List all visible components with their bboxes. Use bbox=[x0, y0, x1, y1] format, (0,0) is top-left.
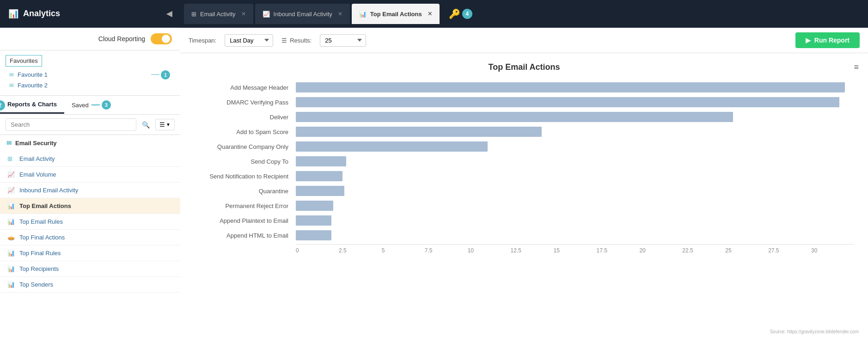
bar-label: Add Message Header bbox=[194, 84, 296, 91]
top-senders-bar-icon: 📊 bbox=[7, 281, 15, 288]
chart-title: Top Email Actions bbox=[194, 62, 854, 72]
sidebar-item-top-recipients[interactable]: 📊 Top Recipients bbox=[0, 261, 180, 277]
source-text: Source: https://gravityzone.bitdefender.… bbox=[770, 329, 859, 334]
bar-fill bbox=[296, 82, 845, 92]
sidebar-item-top-email-rules[interactable]: 📊 Top Email Rules bbox=[0, 214, 180, 230]
x-axis-tick: 5 bbox=[382, 247, 425, 254]
list-icon: ☰ bbox=[159, 121, 165, 128]
tab-top-email-actions-close[interactable]: ✕ bbox=[428, 11, 432, 17]
top-final-actions-pie-icon: 🥧 bbox=[7, 234, 15, 241]
bar-fill bbox=[296, 112, 733, 122]
tab-email-activity-grid-icon: ⊞ bbox=[191, 11, 196, 18]
tab-email-activity-close[interactable]: ✕ bbox=[241, 11, 246, 17]
bar-row: Quarantine bbox=[194, 185, 854, 197]
email-security-section-header: ✉ Email Security bbox=[0, 135, 180, 151]
bar-track bbox=[296, 96, 854, 108]
saved-tab-label: Saved bbox=[72, 102, 89, 109]
saved-badge-line bbox=[92, 104, 100, 105]
main-content: ⊞ Email Activity ✕ 📈 Inbound Email Activ… bbox=[180, 0, 868, 337]
bar-label: Add to Spam Score bbox=[194, 129, 296, 135]
inbound-email-activity-label: Inbound Email Activity bbox=[19, 187, 78, 194]
sidebar-item-top-final-rules[interactable]: 📊 Top Final Rules bbox=[0, 245, 180, 261]
sidebar-item-inbound-email-activity[interactable]: 📈 Inbound Email Activity bbox=[0, 183, 180, 198]
sidebar-item-top-final-actions[interactable]: 🥧 Top Final Actions bbox=[0, 230, 180, 245]
tab-inbound-email-close[interactable]: ✕ bbox=[338, 11, 342, 17]
email-security-icon: ✉ bbox=[6, 140, 12, 147]
favourites-section: Favourites ✉ Favourite 1 1 ✉ Favourite 2 bbox=[0, 50, 180, 96]
favourite-1-item[interactable]: ✉ Favourite 1 1 bbox=[6, 69, 175, 80]
tab-inbound-email-activity-label: Inbound Email Activity bbox=[274, 11, 332, 18]
email-volume-label: Email Volume bbox=[19, 171, 56, 178]
chart-area: Top Email Actions ≡ Add Message Header D… bbox=[180, 53, 868, 337]
bar-fill bbox=[296, 171, 342, 181]
top-email-actions-label: Top Email Actions bbox=[19, 202, 71, 209]
bar-track bbox=[296, 81, 854, 93]
top-senders-label: Top Senders bbox=[19, 281, 53, 288]
tab-top-email-actions[interactable]: 📊 Top Email Actions ✕ bbox=[352, 4, 440, 24]
top-recipients-bar-icon: 📊 bbox=[7, 265, 15, 272]
tab-email-activity[interactable]: ⊞ Email Activity ✕ bbox=[184, 4, 253, 24]
x-axis-tick: 12.5 bbox=[511, 247, 554, 254]
toolbar: Timespan: Last Day Last Week Last Month … bbox=[180, 28, 868, 53]
key-icon: 🔑 bbox=[449, 8, 460, 19]
bar-label: Send Notification to Recipient bbox=[194, 173, 296, 180]
tab-inbound-email-activity[interactable]: 📈 Inbound Email Activity ✕ bbox=[255, 4, 350, 24]
saved-badge-circle: 3 bbox=[102, 100, 111, 110]
x-axis-tick: 17.5 bbox=[596, 247, 639, 254]
saved-tab[interactable]: Saved 3 bbox=[64, 96, 118, 114]
bar-fill bbox=[296, 215, 331, 226]
bar-label: Permanent Reject Error bbox=[194, 202, 296, 209]
run-report-label: Run Report bbox=[814, 37, 850, 44]
fav-1-badge-container: 1 bbox=[151, 70, 170, 80]
key-badge-number: 4 bbox=[462, 9, 472, 19]
sidebar-item-top-senders[interactable]: 📊 Top Senders bbox=[0, 277, 180, 293]
bar-fill bbox=[296, 141, 488, 152]
bar-track bbox=[296, 200, 854, 212]
bar-row: Add Message Header bbox=[194, 81, 854, 93]
results-select[interactable]: 25 50 100 bbox=[320, 34, 366, 47]
list-view-button[interactable]: ☰ ▼ bbox=[155, 119, 175, 130]
bar-track bbox=[296, 229, 854, 241]
bar-row: Append Plaintext to Email bbox=[194, 214, 854, 227]
sidebar-header-left: 📊 Analytics bbox=[8, 9, 60, 19]
search-icon[interactable]: 🔍 bbox=[139, 119, 153, 130]
run-report-button[interactable]: ▶ Run Report bbox=[795, 32, 860, 48]
bar-label: Quarantine Company Only bbox=[194, 143, 296, 150]
x-axis-tick: 7.5 bbox=[425, 247, 468, 254]
email-activity-grid-icon: ⊞ bbox=[7, 155, 15, 162]
sidebar-collapse-button[interactable]: ◀ bbox=[166, 9, 172, 18]
results-label: ☰ Results: bbox=[281, 37, 312, 44]
fav-1-badge-circle: 1 bbox=[161, 70, 170, 80]
bar-label: DMARC Verifying Pass bbox=[194, 99, 296, 106]
bar-row: Append HTML to Email bbox=[194, 229, 854, 241]
bar-row: Permanent Reject Error bbox=[194, 200, 854, 212]
tab-inbound-email-line-icon: 📈 bbox=[263, 11, 270, 18]
sidebar: 📊 Analytics ◀ Cloud Reporting Favourites… bbox=[0, 0, 180, 337]
favourite-2-item[interactable]: ✉ Favourite 2 bbox=[6, 80, 175, 91]
sidebar-tabs-bar: Reports & Charts Saved 3 bbox=[0, 96, 180, 115]
email-activity-label: Email Activity bbox=[19, 155, 55, 162]
sidebar-item-email-volume[interactable]: 📈 Email Volume bbox=[0, 167, 180, 183]
bar-fill bbox=[296, 127, 542, 137]
sidebar-item-email-activity[interactable]: ⊞ Email Activity bbox=[0, 151, 180, 167]
bar-label: Send Copy To bbox=[194, 158, 296, 165]
cloud-reporting-label: Cloud Reporting bbox=[98, 35, 145, 43]
bar-chart: Add Message Header DMARC Verifying Pass … bbox=[194, 81, 854, 244]
cloud-reporting-bar: Cloud Reporting bbox=[0, 28, 180, 50]
bar-row: Add to Spam Score bbox=[194, 126, 854, 138]
search-input[interactable] bbox=[6, 118, 136, 131]
fav-1-email-icon: ✉ bbox=[9, 72, 14, 78]
favourites-header: Favourites bbox=[6, 55, 42, 67]
reports-charts-tab[interactable]: Reports & Charts bbox=[0, 96, 64, 114]
bar-track bbox=[296, 141, 854, 153]
bar-fill bbox=[296, 186, 344, 196]
cloud-reporting-toggle[interactable] bbox=[151, 33, 172, 44]
timespan-select[interactable]: Last Day Last Week Last Month bbox=[225, 34, 273, 47]
bar-row: Send Notification to Recipient bbox=[194, 170, 854, 182]
tab-top-email-actions-bar-icon: 📊 bbox=[359, 11, 367, 18]
chart-menu-icon[interactable]: ≡ bbox=[854, 62, 859, 72]
top-email-actions-bar-icon: 📊 bbox=[7, 202, 15, 209]
bar-row: Send Copy To bbox=[194, 155, 854, 167]
sidebar-item-top-email-actions[interactable]: 📊 Top Email Actions bbox=[0, 198, 180, 214]
bar-label: Quarantine bbox=[194, 188, 296, 195]
